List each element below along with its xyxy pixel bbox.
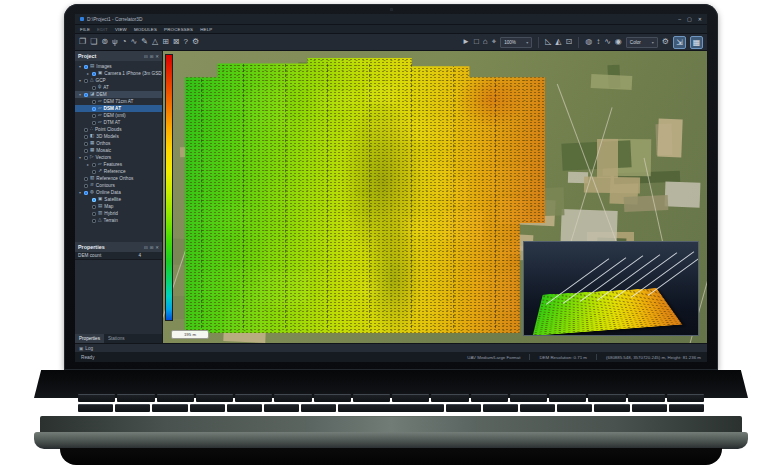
tree-item-orthos[interactable]: ▦Orthos	[75, 140, 162, 147]
zoom-window-icon[interactable]: ⊡	[565, 38, 572, 46]
measure-distance-icon[interactable]: ◺	[545, 38, 551, 46]
tree-item-camera-1-iphone-3m-gsd[interactable]: ▸▣Camera 1 iPhone (3m GSD)	[75, 70, 162, 77]
maximize-button[interactable]: ▢	[687, 16, 692, 22]
aerial-triangulation-icon[interactable]: ψ	[112, 38, 118, 46]
profile-icon[interactable]: ∿	[604, 38, 611, 46]
tree-checkbox[interactable]	[84, 79, 88, 83]
float-icon[interactable]: ⊞	[150, 54, 154, 59]
dock-icon[interactable]: ⊟	[144, 245, 148, 250]
tree-expand-icon[interactable]: ▾	[78, 155, 82, 160]
mosaic-creation-icon[interactable]: ⊠	[173, 38, 180, 46]
zoom-icon[interactable]: ⌖	[492, 38, 497, 46]
tree-item-features[interactable]: ▸▱Features	[75, 161, 162, 168]
open-project-icon[interactable]: ❐	[79, 38, 86, 46]
tree-checkbox[interactable]	[92, 72, 96, 76]
tree-checkbox[interactable]	[92, 114, 96, 118]
tree-checkbox[interactable]	[92, 107, 96, 111]
tree-expand-icon[interactable]: ▾	[78, 78, 82, 83]
tree-expand-icon[interactable]: ▾	[78, 190, 82, 195]
tree-checkbox[interactable]	[92, 205, 96, 209]
tree-item-vectors[interactable]: ▾▷Vectors	[75, 154, 162, 161]
tree-checkbox[interactable]	[84, 142, 88, 146]
color-mode-dropdown[interactable]: Color▾	[626, 37, 658, 48]
select-icon[interactable]: □	[474, 38, 479, 46]
inset-3d-view[interactable]	[523, 241, 699, 336]
tree-item-online-data[interactable]: ▾◍Online Data	[75, 189, 162, 196]
tree-item-images[interactable]: ▾▤Images	[75, 63, 162, 70]
project-settings-icon[interactable]: ⊚	[101, 38, 108, 46]
tree-item-contours[interactable]: ≋Contours	[75, 182, 162, 189]
tree-checkbox[interactable]	[92, 219, 96, 223]
tree-checkbox[interactable]	[92, 121, 96, 125]
tree-checkbox[interactable]	[84, 177, 88, 181]
home-extents-icon[interactable]: ⌂	[483, 38, 488, 46]
tree-checkbox[interactable]	[92, 198, 96, 202]
tree-item-reference[interactable]: ↗Reference	[75, 168, 162, 175]
minimize-button[interactable]: –	[678, 16, 681, 22]
tree-checkbox[interactable]	[92, 170, 96, 174]
tree-item-at[interactable]: ψAT	[75, 84, 162, 91]
tree-item-hybrid[interactable]: ▥Hybrid	[75, 210, 162, 217]
exaggeration-icon[interactable]: ↕	[596, 38, 600, 46]
dem-editing-icon[interactable]: ∿	[131, 38, 138, 46]
tree-checkbox[interactable]	[84, 149, 88, 153]
menu-edit[interactable]: EDIT	[97, 27, 108, 32]
map-viewport[interactable]: 195 m	[163, 51, 707, 343]
tree-checkbox[interactable]	[84, 93, 88, 97]
menu-help[interactable]: HELP	[200, 27, 212, 32]
display-settings-icon[interactable]: ⚙	[662, 38, 669, 46]
close-button[interactable]: ✕	[698, 16, 702, 22]
menu-processes[interactable]: PROCESSES	[164, 27, 193, 32]
menu-file[interactable]: FILE	[80, 27, 90, 32]
tree-item-dem[interactable]: ▾◪DEM	[75, 91, 162, 98]
fullscreen-button[interactable]: ⇲	[673, 36, 686, 49]
tree-checkbox[interactable]	[84, 156, 88, 160]
tree-checkbox[interactable]	[84, 128, 88, 132]
tree-expand-icon[interactable]: ▾	[78, 92, 82, 97]
help-icon[interactable]: ?	[184, 38, 188, 46]
new-project-icon[interactable]: ❏	[90, 38, 97, 46]
tree-checkbox[interactable]	[92, 100, 96, 104]
tree-item-point-clouds[interactable]: ∴Point Clouds	[75, 126, 162, 133]
tree-checkbox[interactable]	[84, 184, 88, 188]
menu-view[interactable]: VIEW	[115, 27, 127, 32]
dock-icon[interactable]: ⊟	[144, 54, 148, 59]
engine-settings-icon[interactable]: ⚙	[192, 38, 199, 46]
tree-item-satellite[interactable]: ▣Satellite	[75, 196, 162, 203]
tree-checkbox[interactable]	[84, 191, 88, 195]
tab-properties[interactable]: Properties	[75, 334, 104, 343]
tree-item-reference-orthos[interactable]: ▧Reference Orthos	[75, 175, 162, 182]
tree-item-dtm-at[interactable]: ▱DTM AT	[75, 119, 162, 126]
float-icon[interactable]: ⊞	[150, 245, 154, 250]
close-icon[interactable]: ✕	[155, 245, 159, 250]
tree-expand-icon[interactable]: ▾	[78, 64, 82, 69]
tree-checkbox[interactable]	[84, 135, 88, 139]
close-icon[interactable]: ✕	[155, 54, 159, 59]
tree-item-dem-xml[interactable]: ▱DEM (xml)	[75, 112, 162, 119]
tree-expand-icon[interactable]: ▸	[86, 71, 90, 76]
gcp-icon[interactable]: △	[152, 38, 158, 46]
tree-item-terrain[interactable]: △Terrain	[75, 217, 162, 224]
zoom-level-dropdown[interactable]: 100%▾	[500, 37, 532, 48]
tree-item-map[interactable]: ▤Map	[75, 203, 162, 210]
tree-item-gcp[interactable]: ▾△GCP	[75, 77, 162, 84]
tree-item-mosaic[interactable]: ▩Mosaic	[75, 147, 162, 154]
menu-modules[interactable]: MODULES	[134, 27, 157, 32]
orbit-3d-icon[interactable]: ◍	[585, 38, 592, 46]
tree-item-dsm-at[interactable]: ▱DSM AT	[75, 105, 162, 112]
globe-icon[interactable]: ◉	[615, 38, 622, 46]
tree-checkbox[interactable]	[92, 163, 96, 167]
dem-extraction-icon[interactable]: ◔	[122, 38, 127, 46]
measure-area-icon[interactable]: ◭	[555, 38, 561, 46]
pan-icon[interactable]: ►	[462, 38, 470, 46]
tree-item-3d-models[interactable]: ◧3D Models	[75, 133, 162, 140]
tree-expand-icon[interactable]: ▸	[86, 162, 90, 167]
log-panel-bar[interactable]: ▣ Log	[75, 343, 707, 352]
tree-checkbox[interactable]	[84, 65, 88, 69]
inset-3d-button[interactable]: ▦	[690, 36, 703, 49]
tab-stations[interactable]: Stations	[104, 334, 129, 343]
tree-checkbox[interactable]	[92, 86, 96, 90]
tree-item-dem-71cm-at[interactable]: ▱DEM 71cm AT	[75, 98, 162, 105]
orthorectification-icon[interactable]: ⊞	[162, 38, 169, 46]
feature-extraction-icon[interactable]: ✎	[141, 38, 148, 46]
